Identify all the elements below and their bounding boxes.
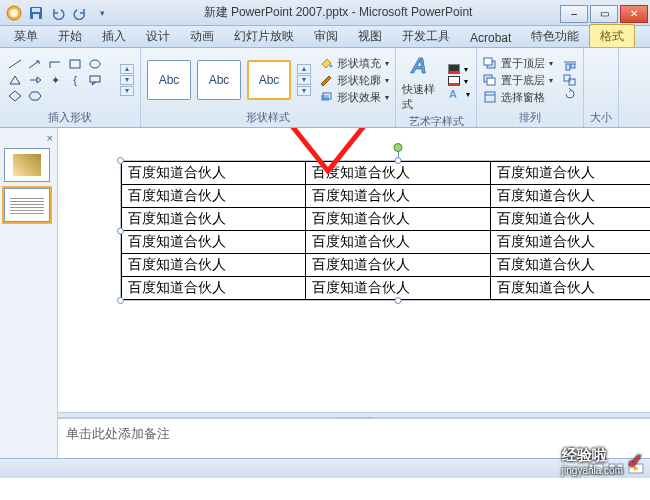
table-object[interactable]: 百度知道合伙人百度知道合伙人百度知道合伙人百度知道合伙人百度知道合伙人百度知道合… <box>120 160 650 301</box>
svg-line-6 <box>29 61 39 68</box>
ribbon-group-size: 大小 <box>584 48 619 127</box>
shape-brace-icon[interactable]: { <box>66 73 84 87</box>
table-cell[interactable]: 百度知道合伙人 <box>306 162 490 185</box>
shape-style-1[interactable]: Abc <box>147 60 191 100</box>
tab-animation[interactable]: 动画 <box>180 25 224 47</box>
text-outline-icon <box>448 76 460 86</box>
table-cell[interactable]: 百度知道合伙人 <box>122 185 306 208</box>
window-title: 新建 PowerPoint 2007.pptx - Microsoft Powe… <box>116 4 560 21</box>
shape-arrow2-icon[interactable] <box>26 73 44 87</box>
table-cell[interactable]: 百度知道合伙人 <box>306 185 490 208</box>
table-cell[interactable]: 百度知道合伙人 <box>122 231 306 254</box>
redo-icon[interactable] <box>70 3 90 23</box>
table-cell[interactable]: 百度知道合伙人 <box>490 185 650 208</box>
slide-thumbnail-1[interactable] <box>4 148 50 182</box>
rotate-button[interactable] <box>563 88 577 100</box>
table-cell[interactable]: 百度知道合伙人 <box>490 254 650 277</box>
shape-diamond-icon[interactable] <box>6 89 24 103</box>
shape-triangle-icon[interactable] <box>6 73 24 87</box>
tab-developer[interactable]: 开发工具 <box>392 25 460 47</box>
text-fill-button[interactable]: ▾ <box>448 64 470 74</box>
table-cell[interactable]: 百度知道合伙人 <box>122 162 306 185</box>
send-back-icon <box>483 74 497 86</box>
shape-line-icon[interactable] <box>6 57 24 71</box>
thumbnails-close-icon[interactable]: × <box>47 132 53 144</box>
table-cell[interactable]: 百度知道合伙人 <box>122 254 306 277</box>
table-cell[interactable]: 百度知道合伙人 <box>306 254 490 277</box>
table-cell[interactable]: 百度知道合伙人 <box>490 231 650 254</box>
style-gallery-scroll[interactable]: ▴▾▾ <box>297 64 311 96</box>
text-fill-icon <box>448 64 460 74</box>
text-effects-button[interactable]: A▾ <box>448 88 470 100</box>
slide-table[interactable]: 百度知道合伙人百度知道合伙人百度知道合伙人百度知道合伙人百度知道合伙人百度知道合… <box>121 161 650 300</box>
svg-rect-7 <box>70 60 80 68</box>
rotate-icon <box>563 88 577 100</box>
rotate-handle[interactable] <box>394 143 403 152</box>
tab-home[interactable]: 开始 <box>48 25 92 47</box>
group-button[interactable] <box>563 74 577 86</box>
quick-styles-button[interactable]: A 快速样式 <box>402 52 442 112</box>
shape-rect-icon[interactable] <box>66 57 84 71</box>
shape-style-gallery[interactable]: Abc Abc Abc <box>147 60 291 100</box>
table-cell[interactable]: 百度知道合伙人 <box>306 208 490 231</box>
tab-view[interactable]: 视图 <box>348 25 392 47</box>
text-effects-icon: A <box>448 88 462 100</box>
table-cell[interactable]: 百度知道合伙人 <box>122 277 306 300</box>
close-button[interactable]: ✕ <box>620 5 648 23</box>
maximize-button[interactable]: ▭ <box>590 5 618 23</box>
slide-thumbnails-pane[interactable]: × <box>0 128 58 458</box>
shapes-gallery[interactable]: ✦ { <box>6 57 114 103</box>
shape-callout-icon[interactable] <box>86 73 104 87</box>
tab-design[interactable]: 设计 <box>136 25 180 47</box>
table-cell[interactable]: 百度知道合伙人 <box>306 231 490 254</box>
ribbon-group-shape-styles: Abc Abc Abc ▴▾▾ 形状填充▾ 形状轮廓▾ 形状效果▾ 形状样式 <box>141 48 396 127</box>
undo-icon[interactable] <box>48 3 68 23</box>
wordart-icon: A <box>408 52 436 80</box>
text-outline-button[interactable]: ▾ <box>448 76 470 86</box>
svg-line-5 <box>9 60 21 68</box>
tab-format[interactable]: 格式 <box>589 24 635 47</box>
tab-insert[interactable]: 插入 <box>92 25 136 47</box>
shape-style-3[interactable]: Abc <box>247 60 291 100</box>
shape-effects-button[interactable]: 形状效果▾ <box>319 90 389 105</box>
shape-elbow-icon[interactable] <box>46 57 64 71</box>
watermark: 经验啦 jingyanla.com ✓ <box>562 446 644 476</box>
selection-pane-button[interactable]: 选择窗格 <box>483 90 553 105</box>
table-cell[interactable]: 百度知道合伙人 <box>490 208 650 231</box>
save-icon[interactable] <box>26 3 46 23</box>
slide-canvas[interactable]: 百度知道合伙人百度知道合伙人百度知道合伙人百度知道合伙人百度知道合伙人百度知道合… <box>58 128 650 458</box>
qat-dropdown-icon[interactable]: ▾ <box>92 3 112 23</box>
group-label-shape-styles: 形状样式 <box>147 108 389 127</box>
group-label-insert-shapes: 插入形状 <box>6 108 134 127</box>
tab-features[interactable]: 特色功能 <box>521 25 589 47</box>
bucket-icon <box>319 57 333 69</box>
shape-arrow-icon[interactable] <box>26 57 44 71</box>
align-icon <box>563 60 577 72</box>
shape-star-icon[interactable]: ✦ <box>46 73 64 87</box>
shape-style-2[interactable]: Abc <box>197 60 241 100</box>
svg-rect-19 <box>485 92 495 102</box>
minimize-button[interactable]: – <box>560 5 588 23</box>
table-cell[interactable]: 百度知道合伙人 <box>490 277 650 300</box>
ribbon-group-arrange: 置于顶层▾ 置于底层▾ 选择窗格 排列 <box>477 48 584 127</box>
ribbon-tabs: 菜单 开始 插入 设计 动画 幻灯片放映 审阅 视图 开发工具 Acrobat … <box>0 26 650 48</box>
ribbon: ✦ { ▴▾▾ 插入形状 Abc Abc Abc ▴▾▾ 形状填充▾ 形状轮廓▾… <box>0 48 650 128</box>
shapes-gallery-scroll[interactable]: ▴▾▾ <box>120 64 134 96</box>
office-button[interactable] <box>4 3 24 23</box>
tab-acrobat[interactable]: Acrobat <box>460 28 521 47</box>
slide-thumbnail-2[interactable] <box>4 188 50 222</box>
pen-icon <box>319 74 333 86</box>
shape-hexagon-icon[interactable] <box>26 89 44 103</box>
bring-front-button[interactable]: 置于顶层▾ <box>483 56 553 71</box>
shape-oval-icon[interactable] <box>86 57 104 71</box>
table-cell[interactable]: 百度知道合伙人 <box>122 208 306 231</box>
tab-slideshow[interactable]: 幻灯片放映 <box>224 25 304 47</box>
send-back-button[interactable]: 置于底层▾ <box>483 73 553 88</box>
tab-review[interactable]: 审阅 <box>304 25 348 47</box>
align-button[interactable] <box>563 60 577 72</box>
tab-menu[interactable]: 菜单 <box>4 25 48 47</box>
shape-outline-button[interactable]: 形状轮廓▾ <box>319 73 389 88</box>
ribbon-group-insert-shapes: ✦ { ▴▾▾ 插入形状 <box>0 48 141 127</box>
table-cell[interactable]: 百度知道合伙人 <box>490 162 650 185</box>
shape-fill-button[interactable]: 形状填充▾ <box>319 56 389 71</box>
